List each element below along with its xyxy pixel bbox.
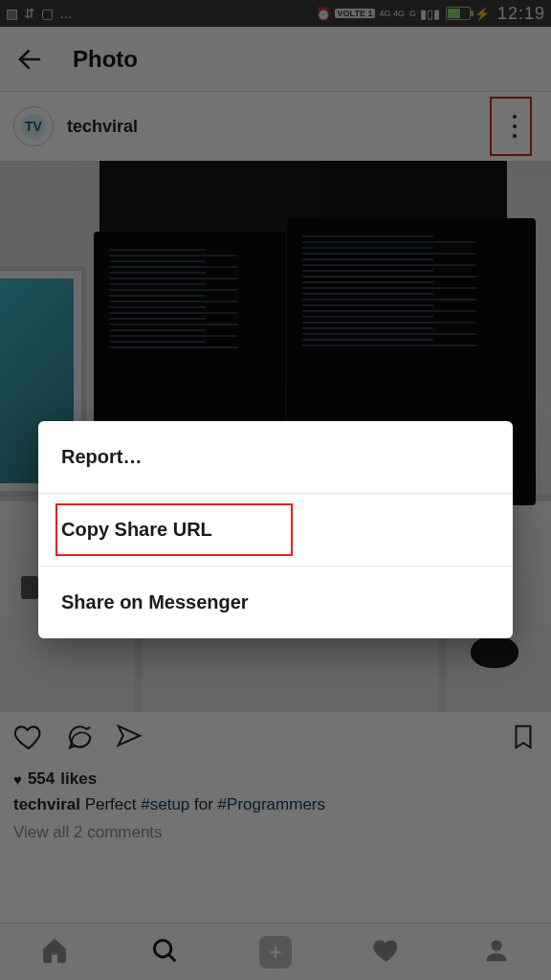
- sheet-item-label: Share on Messenger: [61, 591, 249, 612]
- options-sheet: Report… Copy Share URL Share on Messenge…: [38, 421, 513, 638]
- sheet-item-report[interactable]: Report…: [38, 421, 513, 493]
- sheet-item-label: Report…: [61, 446, 142, 467]
- annotation-highlight: [55, 503, 293, 556]
- sheet-item-share-messenger[interactable]: Share on Messenger: [38, 566, 513, 638]
- sheet-item-copy-url[interactable]: Copy Share URL: [38, 493, 513, 566]
